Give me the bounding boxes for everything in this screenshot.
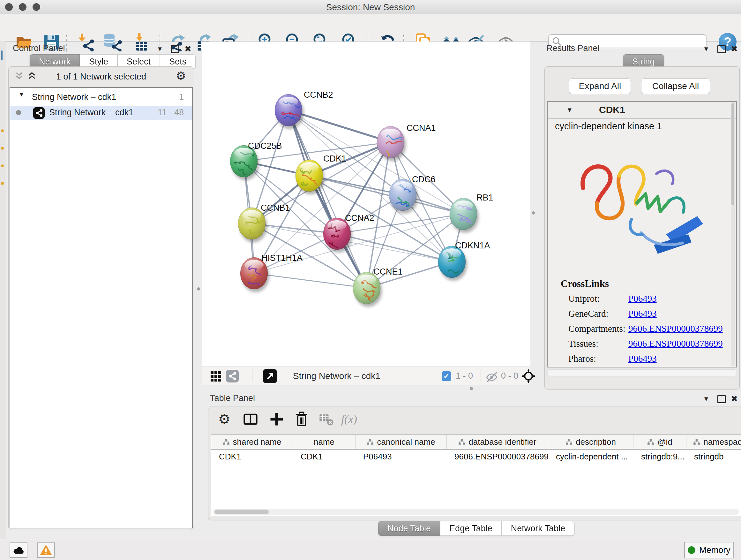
string-network-icon xyxy=(33,107,45,119)
cloud-status-button[interactable] xyxy=(10,543,27,558)
node-label-CDK1: CDK1 xyxy=(323,154,346,164)
network-node-RB1[interactable]: RB1 xyxy=(450,193,493,233)
side-strip-icon[interactable] xyxy=(1,147,4,150)
table-panel-body: ⚙ f(x) shared namenamecanonical namedata… xyxy=(208,406,741,520)
delete-table-icon[interactable] xyxy=(318,411,335,428)
control-panel-menu-icon[interactable]: ▼ xyxy=(155,43,165,55)
node-card-header[interactable]: ▼ CDK1 xyxy=(548,102,736,119)
import-network-database-icon[interactable] xyxy=(102,33,123,51)
crosslink-link[interactable]: P06493 xyxy=(628,294,657,304)
column-header-database-identifier[interactable]: database identifier xyxy=(447,435,548,449)
collapse-all-button[interactable]: Collapse All xyxy=(641,78,710,94)
network-node-CCNA2[interactable]: CCNA2 xyxy=(323,213,374,253)
right-splitter-handle[interactable] xyxy=(532,211,535,214)
table-cell[interactable]: P06493 xyxy=(355,449,447,463)
tab-edge-table[interactable]: Edge Table xyxy=(440,521,502,536)
network-node-count: 11 xyxy=(158,108,166,118)
memory-button[interactable]: Memory xyxy=(684,542,734,558)
node-label-CDC25B: CDC25B xyxy=(248,141,282,151)
network-view-share-icon[interactable] xyxy=(226,370,239,382)
show-columns-icon[interactable] xyxy=(242,411,259,428)
add-column-icon[interactable] xyxy=(268,411,285,428)
crosslink-label: Uniprot: xyxy=(568,294,600,304)
table-cell[interactable]: CDK1 xyxy=(293,449,355,463)
table-panel-float-icon[interactable] xyxy=(717,393,726,405)
network-node-CDK1[interactable]: CDK1 xyxy=(295,154,346,194)
side-strip-icon[interactable] xyxy=(1,129,4,132)
table-cell[interactable]: 9606.ENSP00000378699 xyxy=(447,449,548,463)
column-header-namespace[interactable]: namespace xyxy=(686,435,741,449)
warning-icon xyxy=(40,545,52,556)
table-cell[interactable]: stringdb xyxy=(686,449,741,463)
hidden-eye-icon[interactable] xyxy=(486,371,498,381)
crosslink-row: Compartments:9606.ENSP00000378699 xyxy=(568,323,727,338)
column-header-canonical-name[interactable]: canonical name xyxy=(355,435,447,449)
crosslink-row: Pharos:P06493 xyxy=(568,354,727,368)
crosslink-link[interactable]: 9606.ENSP00000378699 xyxy=(628,338,723,349)
results-panel-menu-icon[interactable]: ▼ xyxy=(701,43,711,55)
table-cell[interactable]: stringdb:9... xyxy=(633,449,686,463)
network-node-HIST1H1A[interactable]: HIST1H1A xyxy=(240,253,302,292)
memory-status-dot-icon xyxy=(688,546,695,554)
network-node-CDC6[interactable]: CDC6 xyxy=(389,175,435,213)
bottom-splitter-handle[interactable] xyxy=(470,387,473,390)
network-node-CCNA1[interactable]: CCNA1 xyxy=(377,123,436,161)
expand-all-button[interactable]: Expand All xyxy=(569,78,631,94)
node-card-expander-icon[interactable]: ▼ xyxy=(566,106,573,114)
node-description: cyclin-dependent kinase 1 xyxy=(555,121,662,132)
control-panel-close-icon[interactable]: ✖ xyxy=(183,43,193,55)
table-panel-close-icon[interactable]: ✖ xyxy=(730,393,739,405)
table-horizontal-scrollbar[interactable] xyxy=(213,509,739,515)
window-title: Session: New Session xyxy=(0,0,741,14)
collection-label: String Network – cdk1 xyxy=(32,92,116,102)
table-cell[interactable]: cyclin-dependent ... xyxy=(548,449,633,463)
network-edge-count: 48 xyxy=(174,108,184,118)
side-strip-icon[interactable] xyxy=(1,51,3,60)
import-network-file-icon[interactable] xyxy=(77,33,95,51)
grid-view-icon[interactable] xyxy=(210,370,221,382)
column-header-@id[interactable]: @id xyxy=(633,435,686,449)
network-collection-row[interactable]: ▼ String Network – cdk1 1 xyxy=(10,90,192,105)
crosslink-link[interactable]: P06493 xyxy=(628,308,657,319)
node-label-CCNA2: CCNA2 xyxy=(345,213,374,223)
network-options-gear-icon[interactable]: ⚙ xyxy=(176,69,186,83)
column-header-description[interactable]: description xyxy=(548,435,633,449)
column-header-shared-name[interactable]: shared name xyxy=(211,435,293,449)
side-strip-icon[interactable] xyxy=(1,165,4,167)
selected-nodes-checkbox[interactable]: ✓ xyxy=(442,371,451,381)
table-cell[interactable]: CDK1 xyxy=(211,449,293,463)
detach-view-icon[interactable] xyxy=(263,369,277,383)
crosslink-row: Uniprot:P06493 xyxy=(568,294,727,308)
results-horizontal-scrollbar[interactable] xyxy=(547,369,737,376)
table-settings-gear-icon[interactable]: ⚙ xyxy=(216,411,232,428)
results-vertical-scrollbar[interactable] xyxy=(731,103,735,366)
crosslink-link[interactable]: 9606.ENSP00000378699 xyxy=(628,323,723,334)
tab-network-table[interactable]: Network Table xyxy=(502,521,575,536)
control-panel-float-icon[interactable] xyxy=(171,43,180,55)
column-header-name[interactable]: name xyxy=(293,435,355,449)
crosslink-link[interactable]: P06493 xyxy=(628,354,657,364)
network-row-selected[interactable]: String Network – cdk1 11 48 xyxy=(10,106,192,120)
table-tabbar: Node TableEdge TableNetwork Table xyxy=(378,521,575,536)
table-row[interactable]: CDK1CDK1P064939606.ENSP00000378699cyclin… xyxy=(211,449,741,463)
results-panel-float-icon[interactable] xyxy=(717,43,726,55)
network-canvas[interactable]: CCNB2CCNA1CDC25BCDK1CDC6RB1CCNB1CCNA2CDK… xyxy=(202,42,530,367)
collection-expander-icon[interactable]: ▼ xyxy=(18,91,24,98)
network-node-CDKN1A[interactable]: CDKN1A xyxy=(438,241,490,281)
table-panel-menu-icon[interactable]: ▼ xyxy=(701,393,711,405)
node-card-title: CDK1 xyxy=(599,105,625,115)
import-table-icon[interactable] xyxy=(132,33,151,51)
network-graph[interactable]: CCNB2CCNA1CDC25BCDK1CDC6RB1CCNB1CCNA2CDK… xyxy=(202,42,530,367)
function-builder-icon[interactable]: f(x) xyxy=(341,411,367,428)
delete-column-trash-icon[interactable] xyxy=(293,411,310,428)
results-panel-title: Results Panel xyxy=(546,44,600,53)
network-node-CCNB2[interactable]: CCNB2 xyxy=(275,90,333,129)
results-panel-close-icon[interactable]: ✖ xyxy=(730,43,739,55)
side-strip-icon[interactable] xyxy=(1,182,4,185)
birds-eye-view-icon[interactable] xyxy=(522,369,536,383)
results-scroll-thumb[interactable] xyxy=(731,103,734,205)
warnings-button[interactable] xyxy=(37,543,55,558)
table-scroll-thumb[interactable] xyxy=(214,509,269,514)
left-splitter-handle[interactable] xyxy=(197,287,200,291)
tab-node-table[interactable]: Node Table xyxy=(378,521,440,536)
